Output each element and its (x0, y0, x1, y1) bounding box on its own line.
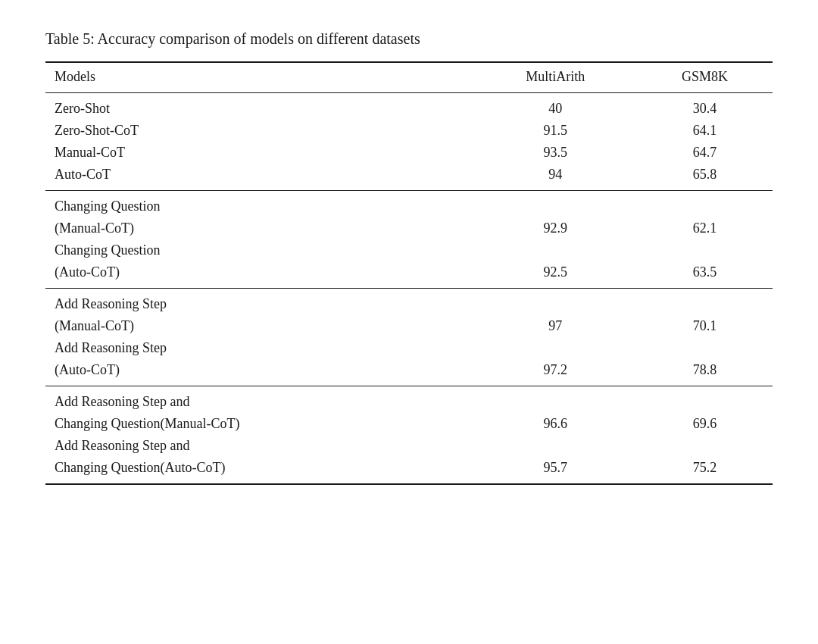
cell-model-line1: Changing Question (45, 239, 474, 261)
cell-gsm8k-empty (637, 289, 773, 316)
cell-model-line1: Add Reasoning Step and (45, 386, 474, 414)
cell-model-line1: Add Reasoning Step (45, 337, 474, 359)
cell-model: Zero-Shot-CoT (45, 120, 474, 142)
table-row: Add Reasoning Step (45, 289, 773, 316)
cell-gsm8k: 63.5 (637, 261, 773, 289)
table-row: Add Reasoning Step and (45, 386, 773, 414)
cell-multiarith: 93.5 (474, 142, 637, 164)
cell-multiarith: 95.7 (474, 457, 637, 484)
cell-model-line2: (Auto-CoT) (45, 261, 474, 289)
cell-gsm8k-empty (637, 239, 773, 261)
cell-multiarith: 92.5 (474, 261, 637, 289)
table-header-row: Models MultiArith GSM8K (45, 62, 773, 93)
cell-gsm8k-empty (637, 191, 773, 218)
cell-multiarith-empty (474, 386, 637, 414)
cell-gsm8k: 64.1 (637, 120, 773, 142)
cell-gsm8k: 70.1 (637, 315, 773, 337)
cell-multiarith: 96.6 (474, 413, 637, 435)
table-row: (Auto-CoT) 92.5 63.5 (45, 261, 773, 289)
table-row: Add Reasoning Step and (45, 435, 773, 457)
cell-multiarith: 97.2 (474, 359, 637, 386)
table-row: Add Reasoning Step (45, 337, 773, 359)
cell-model-line2: (Auto-CoT) (45, 359, 474, 386)
cell-multiarith-empty (474, 289, 637, 316)
cell-gsm8k: 69.6 (637, 413, 773, 435)
cell-model-line2: Changing Question(Auto-CoT) (45, 457, 474, 484)
cell-model-line1: Add Reasoning Step and (45, 435, 474, 457)
cell-multiarith: 97 (474, 315, 637, 337)
table-row: Auto-CoT 94 65.8 (45, 164, 773, 191)
cell-gsm8k: 64.7 (637, 142, 773, 164)
table-caption: Table 5: Accuracy comparison of models o… (45, 30, 773, 48)
table-row: Zero-Shot 40 30.4 (45, 93, 773, 120)
table-row: Changing Question (45, 239, 773, 261)
cell-model: Zero-Shot (45, 93, 474, 120)
cell-model-line1: Changing Question (45, 191, 474, 218)
cell-multiarith: 92.9 (474, 217, 637, 239)
col-models: Models (45, 62, 474, 93)
cell-gsm8k: 30.4 (637, 93, 773, 120)
cell-model: Auto-CoT (45, 164, 474, 191)
table-row: (Manual-CoT) 92.9 62.1 (45, 217, 773, 239)
cell-gsm8k: 62.1 (637, 217, 773, 239)
cell-multiarith: 94 (474, 164, 637, 191)
table-row: Changing Question (45, 191, 773, 218)
cell-multiarith-empty (474, 337, 637, 359)
cell-gsm8k: 78.8 (637, 359, 773, 386)
cell-gsm8k-empty (637, 337, 773, 359)
cell-gsm8k-empty (637, 435, 773, 457)
cell-model-line2: Changing Question(Manual-CoT) (45, 413, 474, 435)
cell-multiarith-empty (474, 435, 637, 457)
page-container: Table 5: Accuracy comparison of models o… (45, 30, 773, 485)
col-gsm8k: GSM8K (637, 62, 773, 93)
cell-multiarith: 40 (474, 93, 637, 120)
cell-multiarith: 91.5 (474, 120, 637, 142)
cell-multiarith-empty (474, 239, 637, 261)
cell-gsm8k: 65.8 (637, 164, 773, 191)
table-row: (Auto-CoT) 97.2 78.8 (45, 359, 773, 386)
cell-model-line2: (Manual-CoT) (45, 315, 474, 337)
cell-model: Manual-CoT (45, 142, 474, 164)
table-row: Zero-Shot-CoT 91.5 64.1 (45, 120, 773, 142)
cell-gsm8k: 75.2 (637, 457, 773, 484)
accuracy-table: Models MultiArith GSM8K Zero-Shot 40 30.… (45, 61, 773, 485)
table-row: Changing Question(Auto-CoT) 95.7 75.2 (45, 457, 773, 484)
table-row: Manual-CoT 93.5 64.7 (45, 142, 773, 164)
table-row: Changing Question(Manual-CoT) 96.6 69.6 (45, 413, 773, 435)
table-row: (Manual-CoT) 97 70.1 (45, 315, 773, 337)
cell-model-line2: (Manual-CoT) (45, 217, 474, 239)
cell-gsm8k-empty (637, 386, 773, 414)
cell-multiarith-empty (474, 191, 637, 218)
col-multiarith: MultiArith (474, 62, 637, 93)
cell-model-line1: Add Reasoning Step (45, 289, 474, 316)
